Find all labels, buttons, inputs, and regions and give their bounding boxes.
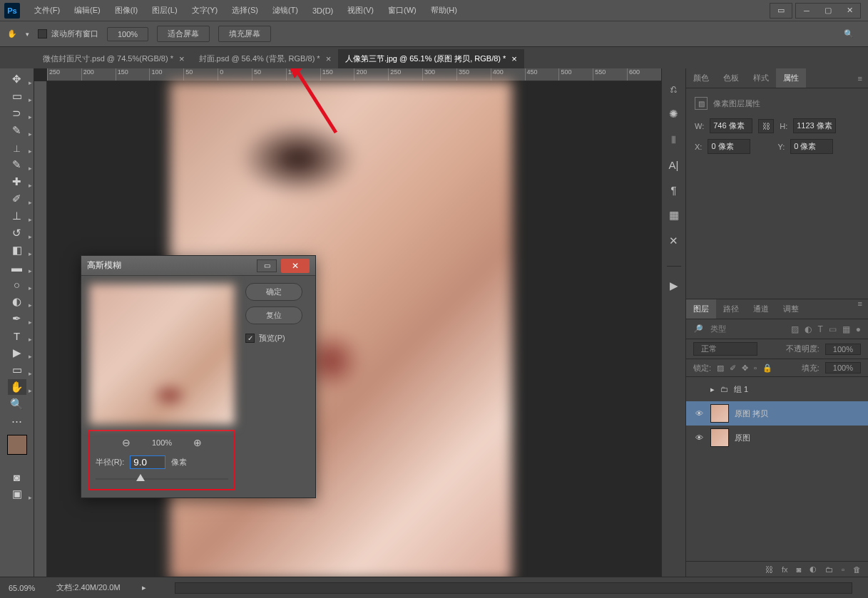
dialog-close-button[interactable]: ✕ bbox=[281, 259, 310, 273]
opacity-input[interactable]: 100% bbox=[825, 344, 861, 355]
height-input[interactable]: 1123 像素 bbox=[793, 118, 836, 133]
history-brush-tool[interactable]: ↺▸ bbox=[8, 225, 26, 241]
ok-button[interactable]: 确定 bbox=[245, 283, 302, 301]
visibility-icon[interactable]: 👁 bbox=[693, 409, 705, 418]
filter-shape-icon[interactable]: ▭ bbox=[829, 324, 837, 334]
reset-button[interactable]: 复位 bbox=[245, 306, 302, 324]
y-input[interactable]: 0 像素 bbox=[790, 139, 833, 154]
zoom-in-icon[interactable]: ⊕ bbox=[193, 437, 202, 448]
menu-select[interactable]: 选择(S) bbox=[225, 2, 265, 19]
type-tool[interactable]: T▸ bbox=[8, 328, 26, 344]
tab-color[interactable]: 颜色 bbox=[686, 68, 716, 88]
group-icon[interactable]: 🗀 bbox=[825, 565, 833, 574]
blur-tool[interactable]: ○▸ bbox=[8, 277, 26, 292]
quick-mask-icon[interactable]: ◙ bbox=[8, 469, 26, 485]
layer-row[interactable]: 👁 原图 bbox=[686, 426, 868, 450]
radius-input[interactable] bbox=[130, 455, 165, 469]
tab-adjustments[interactable]: 调整 bbox=[776, 299, 806, 319]
stamp-tool[interactable]: ⊥▸ bbox=[8, 208, 26, 224]
x-input[interactable]: 0 像素 bbox=[708, 139, 750, 154]
zoom-field[interactable]: 100% bbox=[107, 27, 148, 41]
doc-tab-3[interactable]: 人像第三节.jpg @ 65.1% (原图 拷贝, RGB/8) * × bbox=[338, 49, 524, 68]
swatches-icon[interactable]: ▦ bbox=[669, 209, 679, 222]
filter-toggle-icon[interactable]: ● bbox=[856, 324, 861, 334]
maximize-button[interactable]: ▢ bbox=[817, 4, 839, 18]
tab-swatches[interactable]: 色板 bbox=[716, 68, 746, 88]
mask-icon[interactable]: ◙ bbox=[796, 565, 801, 574]
chevron-right-icon[interactable]: ▸ bbox=[710, 385, 715, 394]
fx-icon[interactable]: fx bbox=[782, 565, 788, 574]
quick-select-tool[interactable]: ✎▸ bbox=[8, 123, 26, 138]
doc-tab-2[interactable]: 封面.psd @ 56.4% (背景, RGB/8) * × bbox=[192, 49, 339, 68]
zoom-tool[interactable]: 🔍 bbox=[8, 396, 26, 412]
foreground-color[interactable] bbox=[7, 435, 27, 455]
path-select-tool[interactable]: ▶▸ bbox=[8, 345, 26, 361]
histogram-icon[interactable]: ⎌ bbox=[670, 83, 677, 95]
doc-tab-1[interactable]: 微信封面尺寸.psd @ 74.5%(RGB/8) * × bbox=[36, 49, 192, 68]
crop-tool[interactable]: ⟂▸ bbox=[8, 140, 26, 155]
lasso-tool[interactable]: ⊃▸ bbox=[8, 105, 26, 121]
width-input[interactable]: 746 像素 bbox=[710, 118, 752, 133]
close-icon[interactable]: × bbox=[326, 53, 332, 64]
eyedropper-tool[interactable]: ✎▸ bbox=[8, 157, 26, 172]
fill-input[interactable]: 100% bbox=[825, 362, 861, 373]
eraser-tool[interactable]: ◧▸ bbox=[8, 242, 26, 258]
workspace-icon[interactable]: ▭ bbox=[770, 4, 792, 18]
radius-slider[interactable] bbox=[96, 475, 228, 483]
dialog-restore-icon[interactable]: ▭ bbox=[257, 259, 277, 272]
new-layer-icon[interactable]: ▫ bbox=[842, 565, 844, 574]
edit-toolbar[interactable]: ⋯ bbox=[8, 413, 26, 429]
layer-thumbnail[interactable] bbox=[710, 428, 729, 447]
lock-all-icon[interactable]: 🔒 bbox=[762, 364, 772, 373]
hand-tool[interactable]: ✋▸ bbox=[8, 379, 26, 395]
panel-menu-icon[interactable]: ≡ bbox=[858, 299, 868, 319]
move-tool[interactable]: ✥▸ bbox=[8, 71, 26, 87]
navigator-icon[interactable]: ✺ bbox=[669, 108, 678, 120]
menu-window[interactable]: 窗口(W) bbox=[381, 2, 424, 19]
dodge-tool[interactable]: ◐▸ bbox=[8, 294, 26, 309]
menu-help[interactable]: 帮助(H) bbox=[424, 2, 464, 19]
lock-position-icon[interactable]: ✥ bbox=[742, 364, 748, 373]
blend-mode-select[interactable]: 正常 bbox=[693, 342, 757, 356]
fit-screen-button[interactable]: 适合屏幕 bbox=[157, 26, 210, 42]
menu-3d[interactable]: 3D(D) bbox=[305, 4, 340, 18]
pen-tool[interactable]: ✒▸ bbox=[8, 311, 26, 326]
close-icon[interactable]: × bbox=[511, 53, 517, 64]
play-icon[interactable]: ▶ bbox=[670, 279, 678, 292]
menu-view[interactable]: 视图(V) bbox=[340, 2, 381, 19]
layer-filter-select[interactable]: 类型 bbox=[710, 324, 726, 334]
search-icon[interactable]: 🔍 bbox=[844, 29, 854, 38]
filter-type-icon[interactable]: T bbox=[817, 324, 822, 334]
healing-tool[interactable]: ✚▸ bbox=[8, 174, 26, 190]
tab-channels[interactable]: 通道 bbox=[746, 299, 776, 319]
menu-type[interactable]: 文字(Y) bbox=[185, 2, 225, 19]
tab-paths[interactable]: 路径 bbox=[716, 299, 746, 319]
lock-transparent-icon[interactable]: ▨ bbox=[717, 364, 724, 373]
preview-checkbox[interactable]: ✓ 预览(P) bbox=[245, 333, 302, 344]
menu-filter[interactable]: 滤镜(T) bbox=[265, 2, 305, 19]
menu-file[interactable]: 文件(F) bbox=[27, 2, 67, 19]
brush-settings-icon[interactable]: ✕ bbox=[669, 234, 678, 247]
close-button[interactable]: ✕ bbox=[839, 4, 860, 18]
link-layers-icon[interactable]: ⛓ bbox=[765, 565, 773, 574]
tab-layers[interactable]: 图层 bbox=[686, 299, 716, 319]
slider-thumb-icon[interactable] bbox=[136, 474, 145, 481]
status-zoom[interactable]: 65.09% bbox=[9, 584, 35, 592]
scroll-all-checkbox[interactable]: 滚动所有窗口 bbox=[38, 29, 98, 39]
screen-mode-icon[interactable]: ▣▸ bbox=[8, 486, 26, 502]
filter-smart-icon[interactable]: ▦ bbox=[842, 324, 850, 334]
panel-menu-icon[interactable]: ≡ bbox=[858, 74, 868, 83]
options-chevron-icon[interactable]: ▾ bbox=[26, 31, 29, 38]
minimize-button[interactable]: ─ bbox=[796, 4, 817, 18]
info-icon[interactable]: ⫴ bbox=[671, 133, 676, 146]
brush-tool[interactable]: ✐▸ bbox=[8, 191, 26, 207]
zoom-out-icon[interactable]: ⊖ bbox=[122, 437, 131, 448]
menu-layer[interactable]: 图层(L) bbox=[145, 2, 184, 19]
trash-icon[interactable]: 🗑 bbox=[853, 565, 861, 574]
tab-styles[interactable]: 样式 bbox=[746, 68, 776, 88]
horizontal-scrollbar[interactable] bbox=[175, 582, 852, 594]
adjustment-icon[interactable]: ◐ bbox=[810, 565, 817, 574]
filter-image-icon[interactable]: ▨ bbox=[791, 324, 799, 334]
gradient-tool[interactable]: ▬▸ bbox=[8, 259, 26, 275]
dialog-titlebar[interactable]: 高斯模糊 ▭ ✕ bbox=[81, 256, 315, 276]
